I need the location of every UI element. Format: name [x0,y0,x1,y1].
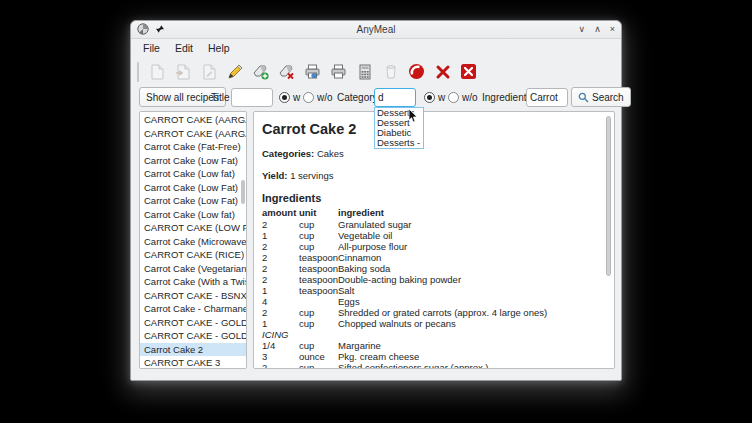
amount-cell: 2 [262,362,299,369]
ingredient-row: 1cupVegetable oil [262,230,600,241]
section-label: ICING [262,329,288,340]
amount-cell: 2 [262,252,299,263]
pin-icon[interactable] [155,24,165,36]
new-recipe-icon[interactable] [146,61,167,82]
ingredient-cell: Double-acting baking powder [338,274,600,285]
minimize-button[interactable]: ∨ [579,25,586,34]
list-item[interactable]: CARROT CAKE 3 [140,356,246,369]
database-remove-icon[interactable] [276,61,297,82]
amount-cell: 3 [262,351,299,362]
list-item[interactable]: CARROT CAKE (AARGAU) [140,127,246,141]
recipe-list-scrollbar[interactable] [241,180,245,204]
print-icon[interactable] [328,61,349,82]
category-with-label: w [438,92,445,103]
maximize-button[interactable]: ∧ [594,25,601,34]
print-preview-icon[interactable] [302,61,323,82]
category-label: Category [337,92,378,103]
toolbar [131,57,621,86]
ingredient-row: 2cupShredded or grated carrots (approx. … [262,307,600,318]
ingredient-header: ingredient [338,207,600,219]
ingredient-cell: Margarine [338,340,600,351]
ingredient-row: 1teaspoonSalt [262,285,600,296]
list-item[interactable]: Carrot Cake (Low fat) [140,208,246,222]
list-item[interactable]: CARROT CAKE (LOW FAT) [140,221,246,235]
list-item[interactable]: Carrot Cake (Fat-Free) [140,140,246,154]
search-filter-bar: Show all recipes Title w w/o Category [131,87,623,109]
import-recipe-icon[interactable] [172,61,193,82]
ingredients-header-row: amount unit ingredient [262,207,600,219]
quit-icon[interactable] [458,61,479,82]
close-button[interactable]: × [610,25,615,34]
unit-cell: cup [299,219,338,230]
unit-cell: cup [299,307,338,318]
category-dropdown: DessertsDessertDiabeticDesserts - [374,107,424,149]
category-with-radio[interactable] [424,92,435,103]
database-add-icon[interactable] [250,61,271,82]
list-item[interactable]: CARROT CAKE - BSNX01A [140,289,246,303]
list-item[interactable]: Carrot Cake 2 [140,343,246,357]
menubar: File Edit Help [131,39,621,57]
unit-cell: cup [299,362,338,369]
export-recipe-icon[interactable] [198,61,219,82]
recipe-view-scrollbar[interactable] [606,116,611,276]
categories-value: Cakes [317,148,344,159]
ingredient-cell: Salt [338,285,600,296]
search-button[interactable]: Search [571,87,631,107]
amount-cell: 2 [262,241,299,252]
desktop: { "window": { "title": "AnyMeal", "minim… [0,0,752,423]
list-item[interactable]: CARROT CAKE (AARGAU) [140,113,246,127]
amount-cell: 1 [262,230,299,241]
amount-cell: 4 [262,296,299,307]
title-without-radio[interactable] [303,92,314,103]
list-item[interactable]: CARROT CAKE - GOLDBECK [140,329,246,343]
toolbar-handle[interactable] [137,62,139,82]
ingredient-row: 1cupChopped walnuts or pecans [262,318,600,329]
ingredients-heading: Ingredients [262,192,600,204]
category-input[interactable] [374,88,416,107]
unit-cell: teaspoon [299,252,338,263]
trash-icon[interactable] [380,61,401,82]
ingredient-row: 2cupGranulated sugar [262,219,600,230]
search-button-label: Search [592,92,624,103]
ingredient-row: 2cupAll-purpose flour [262,241,600,252]
unit-cell: teaspoon [299,285,338,296]
unit-cell [299,296,338,307]
menu-edit[interactable]: Edit [175,42,193,54]
edit-recipe-icon[interactable] [224,61,245,82]
list-item[interactable]: Carrot Cake (Microwave) [140,235,246,249]
unit-cell: cup [299,318,338,329]
menu-file[interactable]: File [143,42,160,54]
ingredient-label: Ingredient [482,92,526,103]
list-item[interactable]: Carrot Cake (With a Twist) [140,275,246,289]
search-icon [578,92,589,103]
unit-cell: cup [299,230,338,241]
menu-help[interactable]: Help [208,42,230,54]
ingredient-input[interactable] [526,88,568,107]
list-item[interactable]: Carrot Cake (Low fat) [140,167,246,181]
ingredients-rows: 2cupGranulated sugar1cupVegetable oil2cu… [262,219,600,369]
amount-cell: 1 [262,318,299,329]
ingredient-cell: Shredded or grated carrots (approx. 4 la… [338,307,600,318]
ingredient-row: 3ouncePkg. cream cheese [262,351,600,362]
calculator-icon[interactable] [354,61,375,82]
list-item[interactable]: Carrot Cake - Charmane An... [140,302,246,316]
ingredient-cell: Vegetable oil [338,230,600,241]
ingredient-section-row: ICING [262,329,600,340]
ingredient-row: 2teaspoonBaking soda [262,263,600,274]
abort-icon[interactable] [406,61,427,82]
dropdown-item[interactable]: Desserts - [375,138,423,148]
app-icon [137,23,149,37]
delete-icon[interactable] [432,61,453,82]
title-input[interactable] [231,88,273,107]
title-with-radio[interactable] [279,92,290,103]
list-item[interactable]: CARROT CAKE - GOLDBECK [140,316,246,330]
list-item[interactable]: CARROT CAKE (RICE) [140,248,246,262]
list-item[interactable]: Carrot Cake (Low Fat) [140,194,246,208]
category-without-radio[interactable] [448,92,459,103]
unit-cell: teaspoon [299,274,338,285]
list-item[interactable]: Carrot Cake (Vegetarian) [140,262,246,276]
category-without-label: w/o [462,92,478,103]
list-item[interactable]: Carrot Cake (Low Fat) [140,181,246,195]
list-item[interactable]: Carrot Cake (Low Fat) [140,154,246,168]
unit-cell: cup [299,340,338,351]
